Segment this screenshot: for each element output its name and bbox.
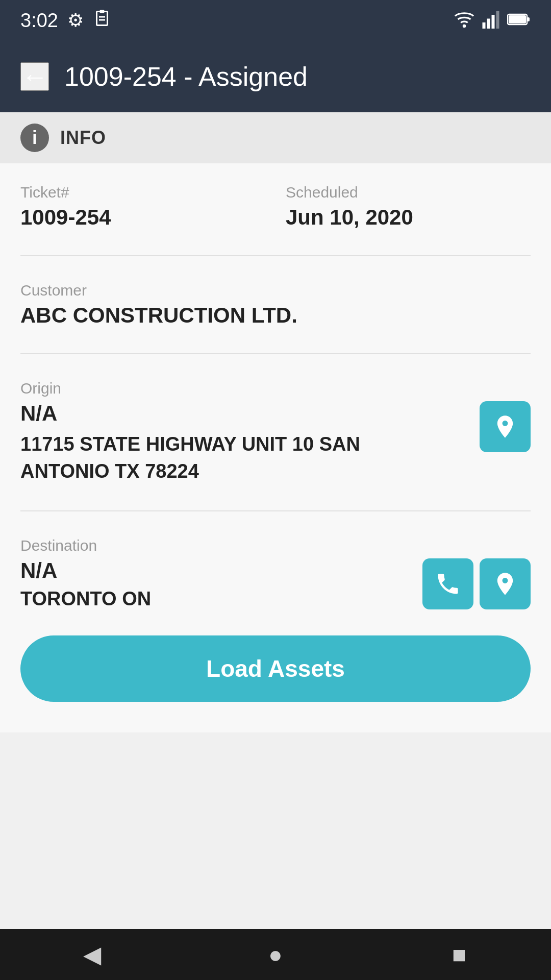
wifi-icon [454,10,474,31]
ticket-col: Ticket# 1009-254 [20,184,265,230]
clipboard-icon [93,9,111,32]
destination-location-button[interactable] [480,558,531,609]
main-content: Ticket# 1009-254 Scheduled Jun 10, 2020 … [0,163,551,732]
origin-location-group: N/A 11715 STATE HIGHWAY UNIT 10 SAN ANTO… [20,401,531,485]
destination-pin-icon [492,571,518,597]
header-title: 1009-254 - Assigned [64,61,308,92]
settings-icon: ⚙ [67,10,84,31]
scheduled-label: Scheduled [286,184,531,201]
signal-icon [482,10,500,31]
status-bar-left: 3:02 ⚙ [20,9,111,32]
destination-phone-button[interactable] [422,558,473,609]
svg-rect-11 [509,15,526,23]
svg-rect-7 [492,15,495,29]
svg-rect-6 [487,19,490,29]
svg-rect-8 [496,11,499,29]
customer-value: ABC CONSTRUCTION LTD. [20,303,531,328]
customer-label: Customer [20,282,531,299]
battery-icon [507,12,531,29]
back-button[interactable]: ← [20,62,49,91]
ticket-value: 1009-254 [20,205,265,230]
nav-back-button[interactable]: ◀ [71,934,112,975]
ticket-label: Ticket# [20,184,265,201]
destination-row: Destination N/A TORONTO ON [20,537,531,610]
nav-recent-button[interactable]: ■ [439,934,480,975]
origin-row: Origin N/A 11715 STATE HIGHWAY UNIT 10 S… [20,380,531,485]
phone-icon [435,571,461,597]
nav-home-button[interactable]: ● [255,934,296,975]
location-pin-icon [492,413,518,440]
destination-label: Destination [20,537,531,554]
info-icon: i [20,124,49,152]
ticket-scheduled-row: Ticket# 1009-254 Scheduled Jun 10, 2020 [20,184,531,230]
origin-label: Origin [20,380,531,397]
destination-buttons [422,558,531,609]
svg-rect-5 [483,22,486,29]
origin-na-value: N/A [20,401,531,426]
status-time: 3:02 [20,10,58,32]
divider-3 [20,510,531,511]
origin-buttons [480,401,531,452]
app-header: ← 1009-254 - Assigned [0,41,551,112]
load-assets-button[interactable]: Load Assets [20,635,531,702]
scheduled-value: Jun 10, 2020 [286,205,531,230]
origin-location-button[interactable] [480,401,531,452]
customer-row: Customer ABC CONSTRUCTION LTD. [20,282,531,328]
divider-1 [20,255,531,256]
bottom-nav: ◀ ● ■ [0,929,551,980]
svg-rect-10 [527,17,530,21]
svg-rect-1 [99,10,104,13]
status-bar-right [454,10,531,31]
svg-point-4 [463,24,466,28]
info-label: INFO [60,127,106,149]
destination-location-group: N/A TORONTO ON [20,558,531,610]
info-section: i INFO [0,112,551,163]
scheduled-col: Scheduled Jun 10, 2020 [286,184,531,230]
origin-address: 11715 STATE HIGHWAY UNIT 10 SAN ANTONIO … [20,431,531,485]
status-bar: 3:02 ⚙ [0,0,551,41]
divider-2 [20,353,531,354]
svg-rect-0 [96,11,107,25]
